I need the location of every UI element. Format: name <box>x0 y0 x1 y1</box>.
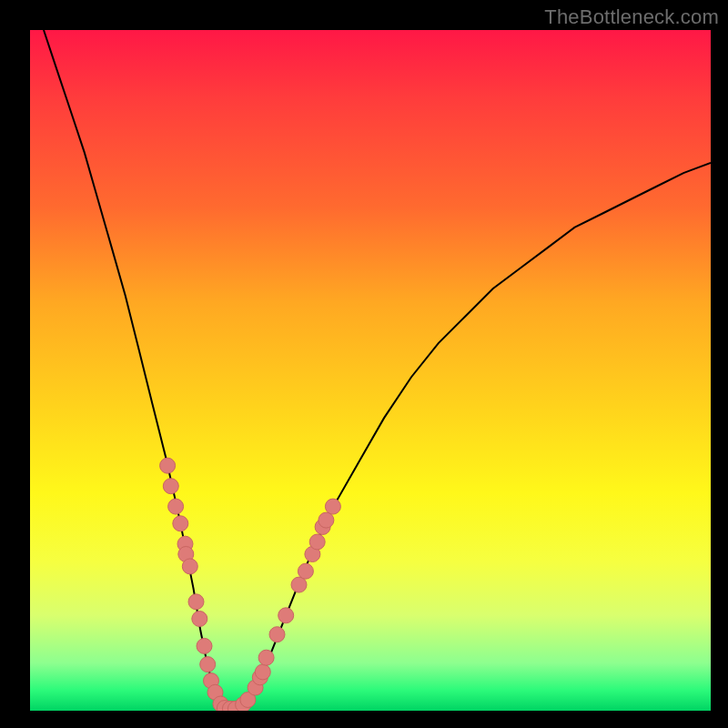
chart-frame: TheBottleneck.com <box>0 0 728 728</box>
data-point <box>168 499 184 514</box>
data-point <box>255 664 270 680</box>
data-point <box>182 559 197 574</box>
data-point <box>269 627 285 642</box>
plot-svg <box>30 30 711 711</box>
plot-gradient-area <box>30 30 711 711</box>
data-point <box>291 577 307 592</box>
data-point <box>298 563 313 579</box>
data-point <box>197 638 212 653</box>
bottleneck-curve <box>44 30 711 710</box>
data-point <box>188 594 204 610</box>
data-point <box>309 534 325 550</box>
data-point <box>318 512 334 528</box>
data-point <box>173 516 188 531</box>
data-point <box>325 499 340 514</box>
data-point <box>163 479 178 494</box>
data-point <box>258 650 274 665</box>
data-point <box>160 458 176 473</box>
watermark-text: TheBottleneck.com <box>544 5 719 29</box>
data-point <box>200 657 216 672</box>
data-point <box>192 612 207 627</box>
data-point <box>278 608 294 623</box>
scatter-group <box>160 458 341 711</box>
